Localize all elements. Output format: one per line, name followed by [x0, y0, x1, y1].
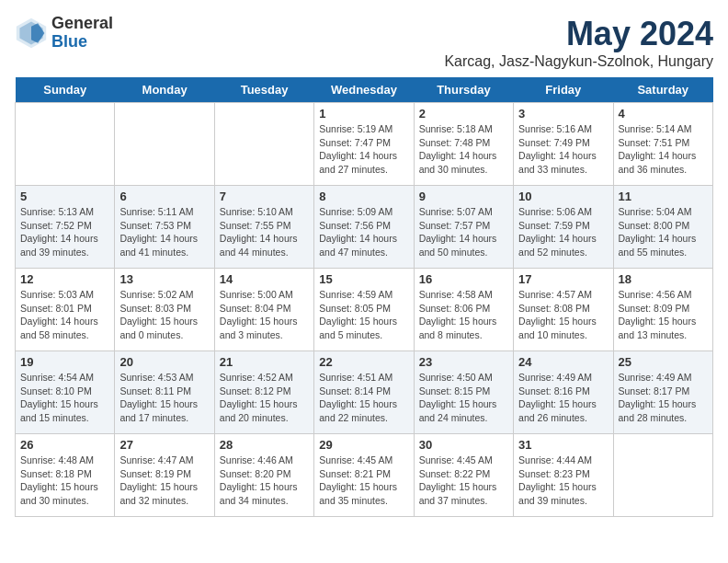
- calendar-cell: 5Sunrise: 5:13 AM Sunset: 7:52 PM Daylig…: [16, 186, 115, 269]
- calendar-cell: 29Sunrise: 4:45 AM Sunset: 8:21 PM Dayli…: [314, 434, 414, 517]
- calendar-cell: 14Sunrise: 5:00 AM Sunset: 8:04 PM Dayli…: [214, 269, 313, 351]
- calendar-cell: [115, 103, 214, 186]
- cell-info: Sunrise: 4:45 AM Sunset: 8:22 PM Dayligh…: [419, 454, 508, 508]
- logo-text: General Blue: [51, 15, 113, 52]
- logo-blue: Blue: [51, 33, 113, 52]
- calendar-row-4: 19Sunrise: 4:54 AM Sunset: 8:10 PM Dayli…: [16, 351, 713, 434]
- calendar-cell: 22Sunrise: 4:51 AM Sunset: 8:14 PM Dayli…: [314, 351, 414, 434]
- calendar-cell: 4Sunrise: 5:14 AM Sunset: 7:51 PM Daylig…: [613, 103, 712, 186]
- month-title: May 2024: [444, 15, 713, 53]
- date-number: 22: [319, 355, 408, 369]
- calendar-cell: 23Sunrise: 4:50 AM Sunset: 8:15 PM Dayli…: [414, 351, 513, 434]
- logo-icon: [15, 17, 48, 50]
- cell-info: Sunrise: 5:13 AM Sunset: 7:52 PM Dayligh…: [20, 205, 109, 259]
- header-row: SundayMondayTuesdayWednesdayThursdayFrid…: [16, 77, 713, 103]
- header-monday: Monday: [115, 77, 214, 103]
- date-number: 10: [518, 190, 608, 203]
- date-number: 14: [220, 272, 309, 286]
- cell-info: Sunrise: 5:19 AM Sunset: 7:47 PM Dayligh…: [319, 122, 408, 177]
- cell-info: Sunrise: 4:51 AM Sunset: 8:14 PM Dayligh…: [319, 371, 408, 425]
- calendar-cell: 25Sunrise: 4:49 AM Sunset: 8:17 PM Dayli…: [613, 351, 712, 434]
- calendar-cell: 18Sunrise: 4:56 AM Sunset: 8:09 PM Dayli…: [613, 269, 712, 351]
- cell-info: Sunrise: 4:58 AM Sunset: 8:06 PM Dayligh…: [419, 288, 508, 342]
- date-number: 12: [20, 272, 109, 286]
- calendar-cell: 15Sunrise: 4:59 AM Sunset: 8:05 PM Dayli…: [314, 269, 414, 351]
- calendar-cell: 19Sunrise: 4:54 AM Sunset: 8:10 PM Dayli…: [16, 351, 115, 434]
- date-number: 24: [518, 355, 608, 369]
- calendar-cell: 3Sunrise: 5:16 AM Sunset: 7:49 PM Daylig…: [514, 103, 613, 186]
- date-number: 2: [419, 107, 508, 121]
- calendar-cell: 1Sunrise: 5:19 AM Sunset: 7:47 PM Daylig…: [314, 103, 414, 186]
- date-number: 13: [119, 272, 209, 286]
- cell-info: Sunrise: 4:46 AM Sunset: 8:20 PM Dayligh…: [220, 454, 309, 508]
- cell-info: Sunrise: 4:59 AM Sunset: 8:05 PM Dayligh…: [319, 288, 408, 342]
- calendar-row-2: 5Sunrise: 5:13 AM Sunset: 7:52 PM Daylig…: [16, 186, 713, 269]
- calendar-cell: 10Sunrise: 5:06 AM Sunset: 7:59 PM Dayli…: [514, 186, 613, 269]
- calendar-cell: 26Sunrise: 4:48 AM Sunset: 8:18 PM Dayli…: [16, 434, 115, 517]
- date-number: 27: [119, 438, 209, 452]
- calendar-row-1: 1Sunrise: 5:19 AM Sunset: 7:47 PM Daylig…: [16, 103, 713, 186]
- cell-info: Sunrise: 5:16 AM Sunset: 7:49 PM Dayligh…: [518, 122, 608, 177]
- logo-general: General: [51, 15, 113, 33]
- page-header: General Blue May 2024 Karcag, Jasz-Nagyk…: [15, 15, 713, 70]
- cell-info: Sunrise: 4:44 AM Sunset: 8:23 PM Dayligh…: [518, 454, 608, 508]
- date-number: 9: [419, 190, 508, 203]
- cell-info: Sunrise: 5:18 AM Sunset: 7:48 PM Dayligh…: [419, 122, 508, 177]
- calendar-cell: [16, 103, 115, 186]
- title-area: May 2024 Karcag, Jasz-Nagykun-Szolnok, H…: [444, 15, 713, 70]
- date-number: 29: [319, 438, 408, 452]
- cell-info: Sunrise: 4:57 AM Sunset: 8:08 PM Dayligh…: [518, 288, 608, 342]
- calendar-cell: 12Sunrise: 5:03 AM Sunset: 8:01 PM Dayli…: [16, 269, 115, 351]
- cell-info: Sunrise: 5:10 AM Sunset: 7:55 PM Dayligh…: [220, 205, 309, 259]
- date-number: 8: [319, 190, 408, 203]
- date-number: 25: [619, 355, 708, 369]
- cell-info: Sunrise: 5:02 AM Sunset: 8:03 PM Dayligh…: [119, 288, 209, 342]
- date-number: 31: [518, 438, 608, 452]
- cell-info: Sunrise: 5:04 AM Sunset: 8:00 PM Dayligh…: [619, 205, 708, 259]
- calendar-cell: [613, 434, 712, 517]
- date-number: 21: [220, 355, 309, 369]
- date-number: 18: [619, 272, 708, 286]
- calendar-cell: 6Sunrise: 5:11 AM Sunset: 7:53 PM Daylig…: [115, 186, 214, 269]
- calendar-cell: 24Sunrise: 4:49 AM Sunset: 8:16 PM Dayli…: [514, 351, 613, 434]
- cell-info: Sunrise: 5:11 AM Sunset: 7:53 PM Dayligh…: [119, 205, 209, 259]
- cell-info: Sunrise: 5:14 AM Sunset: 7:51 PM Dayligh…: [619, 122, 708, 177]
- calendar-cell: 30Sunrise: 4:45 AM Sunset: 8:22 PM Dayli…: [414, 434, 513, 517]
- date-number: 5: [20, 190, 109, 203]
- calendar-cell: 28Sunrise: 4:46 AM Sunset: 8:20 PM Dayli…: [214, 434, 313, 517]
- date-number: 16: [419, 272, 508, 286]
- header-thursday: Thursday: [414, 77, 513, 103]
- calendar-row-5: 26Sunrise: 4:48 AM Sunset: 8:18 PM Dayli…: [16, 434, 713, 517]
- date-number: 15: [319, 272, 408, 286]
- cell-info: Sunrise: 4:47 AM Sunset: 8:19 PM Dayligh…: [119, 454, 209, 508]
- header-saturday: Saturday: [613, 77, 712, 103]
- calendar-cell: 16Sunrise: 4:58 AM Sunset: 8:06 PM Dayli…: [414, 269, 513, 351]
- cell-info: Sunrise: 5:09 AM Sunset: 7:56 PM Dayligh…: [319, 205, 408, 259]
- calendar-cell: [214, 103, 313, 186]
- header-sunday: Sunday: [16, 77, 115, 103]
- header-wednesday: Wednesday: [314, 77, 414, 103]
- calendar-cell: 21Sunrise: 4:52 AM Sunset: 8:12 PM Dayli…: [214, 351, 313, 434]
- date-number: 6: [119, 190, 209, 203]
- cell-info: Sunrise: 4:50 AM Sunset: 8:15 PM Dayligh…: [419, 371, 508, 425]
- cell-info: Sunrise: 4:49 AM Sunset: 8:17 PM Dayligh…: [619, 371, 708, 425]
- calendar-cell: 20Sunrise: 4:53 AM Sunset: 8:11 PM Dayli…: [115, 351, 214, 434]
- cell-info: Sunrise: 4:56 AM Sunset: 8:09 PM Dayligh…: [619, 288, 708, 342]
- calendar-row-3: 12Sunrise: 5:03 AM Sunset: 8:01 PM Dayli…: [16, 269, 713, 351]
- calendar-cell: 7Sunrise: 5:10 AM Sunset: 7:55 PM Daylig…: [214, 186, 313, 269]
- header-friday: Friday: [514, 77, 613, 103]
- calendar-cell: 9Sunrise: 5:07 AM Sunset: 7:57 PM Daylig…: [414, 186, 513, 269]
- date-number: 19: [20, 355, 109, 369]
- date-number: 3: [518, 107, 608, 121]
- cell-info: Sunrise: 4:54 AM Sunset: 8:10 PM Dayligh…: [20, 371, 109, 425]
- cell-info: Sunrise: 4:48 AM Sunset: 8:18 PM Dayligh…: [20, 454, 109, 508]
- cell-info: Sunrise: 4:49 AM Sunset: 8:16 PM Dayligh…: [518, 371, 608, 425]
- cell-info: Sunrise: 5:06 AM Sunset: 7:59 PM Dayligh…: [518, 205, 608, 259]
- date-number: 26: [20, 438, 109, 452]
- calendar-cell: 11Sunrise: 5:04 AM Sunset: 8:00 PM Dayli…: [613, 186, 712, 269]
- location: Karcag, Jasz-Nagykun-Szolnok, Hungary: [444, 53, 713, 70]
- date-number: 11: [619, 190, 708, 203]
- cell-info: Sunrise: 5:00 AM Sunset: 8:04 PM Dayligh…: [220, 288, 309, 342]
- calendar-cell: 2Sunrise: 5:18 AM Sunset: 7:48 PM Daylig…: [414, 103, 513, 186]
- logo: General Blue: [15, 15, 113, 52]
